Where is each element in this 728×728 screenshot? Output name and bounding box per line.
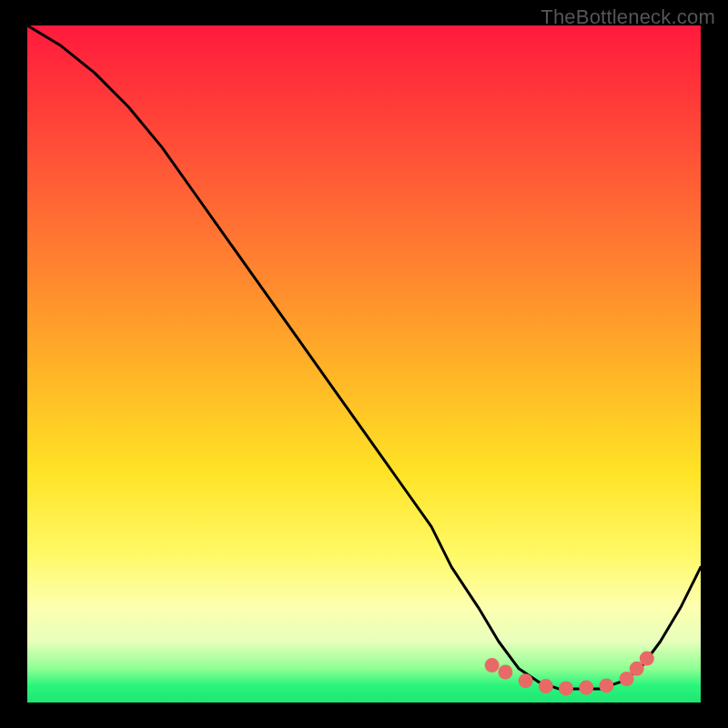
watermark-text: TheBottleneck.com — [541, 5, 715, 29]
plot-area — [27, 25, 701, 703]
chart-container: TheBottleneck.com — [0, 0, 728, 728]
curve-line — [27, 25, 701, 689]
chart-svg — [27, 25, 701, 703]
marker-point — [640, 652, 654, 666]
marker-point — [485, 658, 500, 672]
marker-point — [498, 665, 512, 680]
marker-point — [599, 678, 613, 693]
marker-point — [539, 679, 553, 693]
marker-point — [579, 681, 593, 695]
marker-point — [559, 681, 573, 695]
marker-point — [519, 673, 533, 688]
